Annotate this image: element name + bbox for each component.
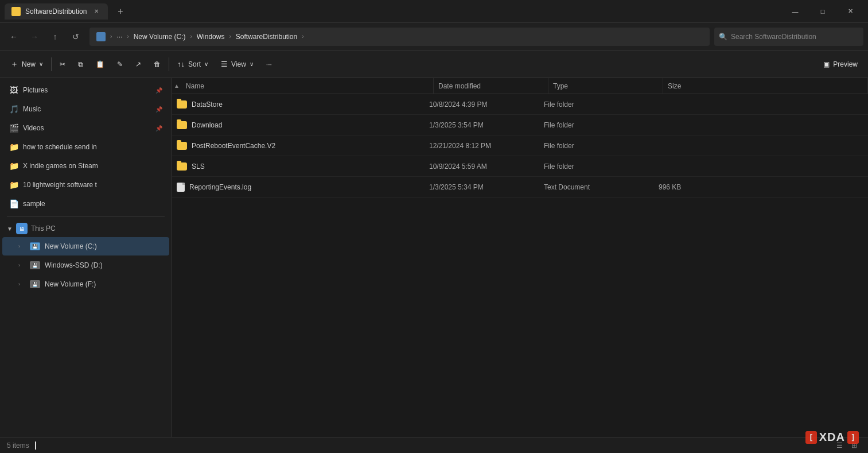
address-bar: ← → ↑ ↺ › ··· › New Volume (C:) › Window… (0, 23, 868, 51)
drive-item-d[interactable]: › 💾 Windows-SSD (D:) (2, 256, 169, 274)
drive-f-expand: › (18, 281, 25, 287)
preview-button[interactable]: ▣ Preview (818, 55, 863, 73)
refresh-button[interactable]: ↺ (67, 28, 85, 46)
share-button[interactable]: ↗ (130, 55, 147, 73)
breadcrumb-chevron-1: › (127, 33, 129, 40)
search-bar[interactable]: 🔍 Search SoftwareDistribution (714, 28, 863, 46)
file-size-sls (654, 156, 868, 177)
drive-d-expand: › (18, 262, 25, 268)
file-type-reportingevents: Text Document (539, 177, 654, 198)
sidebar-this-pc-section[interactable]: ▼ 🖥 This PC (0, 220, 172, 237)
file-date-reportingevents: 1/3/2025 5:34 PM (425, 177, 539, 198)
toolbar-separator-2 (169, 57, 169, 71)
status-bar: 5 items ☰ ⊞ (0, 437, 868, 453)
sort-toggle-button[interactable]: ▲ (172, 78, 181, 94)
table-row[interactable]: PostRebootEventCache.V2 12/21/2024 8:12 … (172, 135, 868, 156)
breadcrumb-chevron-2: › (190, 33, 192, 40)
sort-button[interactable]: ↑↓ Sort ∨ (172, 55, 214, 73)
breadcrumb-chevron-0: › (110, 33, 112, 40)
folder-icon-datastore (177, 100, 187, 109)
table-row[interactable]: Download 1/3/2025 3:54 PM File folder (172, 115, 868, 135)
plus-icon: ＋ (10, 59, 18, 69)
xda-watermark: [ XDA ] (805, 431, 859, 444)
file-name-datastore: DataStore (192, 100, 223, 109)
sidebar-item-pictures[interactable]: 🖼 Pictures 📌 (2, 81, 169, 99)
new-label: New (22, 60, 36, 68)
schedule-label: how to schedule send in (23, 143, 162, 151)
sort-icon: ↑↓ (177, 60, 185, 68)
sidebar-item-indie[interactable]: 📁 X indie games on Steam (2, 157, 169, 175)
back-button[interactable]: ← (5, 28, 23, 46)
file-date-download: 1/3/2025 3:54 PM (425, 115, 539, 135)
column-type-header[interactable]: Type (548, 78, 663, 94)
forward-button[interactable]: → (25, 28, 44, 46)
active-tab[interactable]: SoftwareDistribution ✕ (5, 3, 108, 20)
file-size-reportingevents: 996 KB (654, 177, 868, 198)
maximize-button[interactable]: □ (809, 2, 836, 21)
add-tab-button[interactable]: + (112, 3, 129, 20)
table-row[interactable]: DataStore 10/8/2024 4:39 PM File folder (172, 94, 868, 115)
xda-bracket-right: ] (847, 431, 859, 444)
up-button[interactable]: ↑ (46, 28, 64, 46)
videos-icon: 🎬 (9, 123, 18, 133)
copy-button[interactable]: ⧉ (72, 55, 89, 73)
column-name-header[interactable]: Name (181, 78, 434, 94)
file-name-download: Download (192, 121, 222, 129)
lightweight-label: 10 lightweight software t (23, 181, 162, 189)
view-arrow-icon: ∨ (250, 61, 254, 67)
sidebar-item-music[interactable]: 🎵 Music 📌 (2, 100, 169, 118)
file-name-postreboot: PostRebootEventCache.V2 (192, 142, 275, 150)
breadcrumb-pc[interactable] (94, 31, 108, 42)
more-button[interactable]: ··· (260, 55, 278, 73)
folder-icon-indie: 📁 (9, 161, 18, 171)
file-size-download (654, 115, 868, 135)
breadcrumb-dots[interactable]: ··· (114, 32, 124, 42)
minimize-button[interactable]: — (782, 2, 808, 21)
tab-title: SoftwareDistribution (25, 7, 87, 16)
file-name-cell-postreboot: PostRebootEventCache.V2 (172, 135, 425, 156)
rename-button[interactable]: ✎ (111, 55, 129, 73)
new-button[interactable]: ＋ New ∨ (5, 55, 49, 73)
breadcrumb-windows[interactable]: Windows (194, 32, 227, 42)
delete-button[interactable]: 🗑 (148, 55, 166, 73)
folder-icon-schedule: 📁 (9, 142, 18, 152)
breadcrumb-volume-c[interactable]: New Volume (C:) (131, 32, 188, 42)
sort-arrow-icon: ∨ (204, 61, 208, 67)
table-row[interactable]: SLS 10/9/2024 5:59 AM File folder (172, 156, 868, 177)
sidebar-item-videos[interactable]: 🎬 Videos 📌 (2, 119, 169, 137)
tab-close-button[interactable]: ✕ (92, 7, 101, 16)
close-button[interactable]: ✕ (837, 2, 863, 21)
folder-icon-postreboot (177, 142, 187, 150)
paste-button[interactable]: 📋 (90, 55, 110, 73)
pictures-icon: 🖼 (9, 86, 18, 95)
music-label: Music (23, 105, 151, 113)
breadcrumb-softwaredistribution[interactable]: SoftwareDistribution (233, 32, 299, 42)
cut-button[interactable]: ✂ (54, 55, 71, 73)
table-row[interactable]: ReportingEvents.log 1/3/2025 5:34 PM Tex… (172, 177, 868, 198)
column-size-header[interactable]: Size (663, 78, 868, 94)
rename-icon: ✎ (117, 60, 123, 68)
sidebar-item-sample[interactable]: 📄 sample (2, 195, 169, 213)
music-icon: 🎵 (9, 104, 18, 114)
column-date-header[interactable]: Date modified (434, 78, 548, 94)
view-button[interactable]: ☰ View ∨ (215, 55, 259, 73)
column-headers: ▲ Name Date modified Type Size (172, 78, 868, 94)
sidebar-item-schedule[interactable]: 📁 how to schedule send in (2, 138, 169, 156)
drive-c-expand: › (18, 243, 25, 249)
preview-icon: ▣ (823, 60, 830, 68)
file-name-reportingevents: ReportingEvents.log (189, 183, 251, 191)
drive-f-icon: 💾 (30, 280, 40, 288)
file-date-postreboot: 12/21/2024 8:12 PM (425, 135, 539, 156)
file-date-datastore: 10/8/2024 4:39 PM (425, 94, 539, 115)
sidebar-item-lightweight[interactable]: 📁 10 lightweight software t (2, 176, 169, 194)
pin-icon-videos: 📌 (155, 125, 162, 131)
breadcrumb-bar[interactable]: › ··· › New Volume (C:) › Windows › Soft… (89, 28, 710, 46)
drive-item-f[interactable]: › 💾 New Volume (F:) (2, 275, 169, 293)
sidebar-divider (7, 216, 165, 217)
sample-label: sample (23, 200, 162, 208)
drive-item-c[interactable]: › 💾 New Volume (C:) (2, 237, 169, 255)
main-area: 🖼 Pictures 📌 🎵 Music 📌 🎬 Videos 📌 📁 how … (0, 78, 868, 437)
file-type-sls: File folder (539, 156, 654, 177)
file-type-datastore: File folder (539, 94, 654, 115)
file-type-postreboot: File folder (539, 135, 654, 156)
